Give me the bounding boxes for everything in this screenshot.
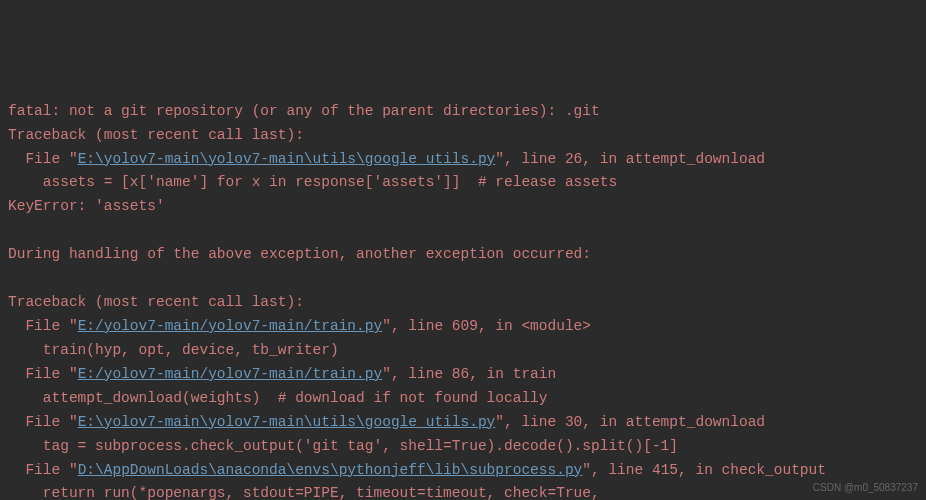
console-line: File "E:\yolov7-main\yolov7-main\utils\g… [8,148,918,172]
console-line: attempt_download(weights) # download if … [8,387,918,411]
console-line: During handling of the above exception, … [8,243,918,267]
console-line [8,219,918,243]
console-text: return run(*popenargs, stdout=PIPE, time… [8,485,600,500]
console-line: File "E:/yolov7-main/yolov7-main/train.p… [8,315,918,339]
console-line: Traceback (most recent call last): [8,124,918,148]
console-text: File " [8,414,78,430]
console-line: train(hyp, opt, device, tb_writer) [8,339,918,363]
console-text: ", line 30, in attempt_download [495,414,765,430]
console-text: File " [8,462,78,478]
console-text: fatal: not a git repository (or any of t… [8,103,600,119]
console-line: tag = subprocess.check_output('git tag',… [8,435,918,459]
console-text [8,270,17,286]
terminal-output: fatal: not a git repository (or any of t… [8,100,918,500]
console-text: ", line 415, in check_output [582,462,826,478]
file-link[interactable]: E:\yolov7-main\yolov7-main\utils\google_… [78,414,496,430]
console-text: File " [8,366,78,382]
watermark-label: CSDN @m0_50837237 [813,480,918,497]
console-line: File "E:/yolov7-main/yolov7-main/train.p… [8,363,918,387]
console-line: File "D:\AppDownLoads\anaconda\envs\pyth… [8,459,918,483]
file-link[interactable]: E:/yolov7-main/yolov7-main/train.py [78,318,383,334]
file-link[interactable]: D:\AppDownLoads\anaconda\envs\pythonjeff… [78,462,583,478]
console-text: train(hyp, opt, device, tb_writer) [8,342,339,358]
console-text: File " [8,318,78,334]
console-line: KeyError: 'assets' [8,195,918,219]
console-line: return run(*popenargs, stdout=PIPE, time… [8,482,918,500]
file-link[interactable]: E:/yolov7-main/yolov7-main/train.py [78,366,383,382]
console-text: Traceback (most recent call last): [8,294,304,310]
console-text: tag = subprocess.check_output('git tag',… [8,438,678,454]
console-text: File " [8,151,78,167]
console-text: attempt_download(weights) # download if … [8,390,548,406]
console-line: fatal: not a git repository (or any of t… [8,100,918,124]
console-text: assets = [x['name'] for x in response['a… [8,174,617,190]
console-text [8,222,17,238]
console-line [8,267,918,291]
console-text: KeyError: 'assets' [8,198,165,214]
console-text: ", line 86, in train [382,366,556,382]
console-text: During handling of the above exception, … [8,246,591,262]
file-link[interactable]: E:\yolov7-main\yolov7-main\utils\google_… [78,151,496,167]
console-text: Traceback (most recent call last): [8,127,304,143]
console-text: ", line 609, in <module> [382,318,591,334]
console-line: assets = [x['name'] for x in response['a… [8,171,918,195]
console-line: File "E:\yolov7-main\yolov7-main\utils\g… [8,411,918,435]
console-text: ", line 26, in attempt_download [495,151,765,167]
console-line: Traceback (most recent call last): [8,291,918,315]
